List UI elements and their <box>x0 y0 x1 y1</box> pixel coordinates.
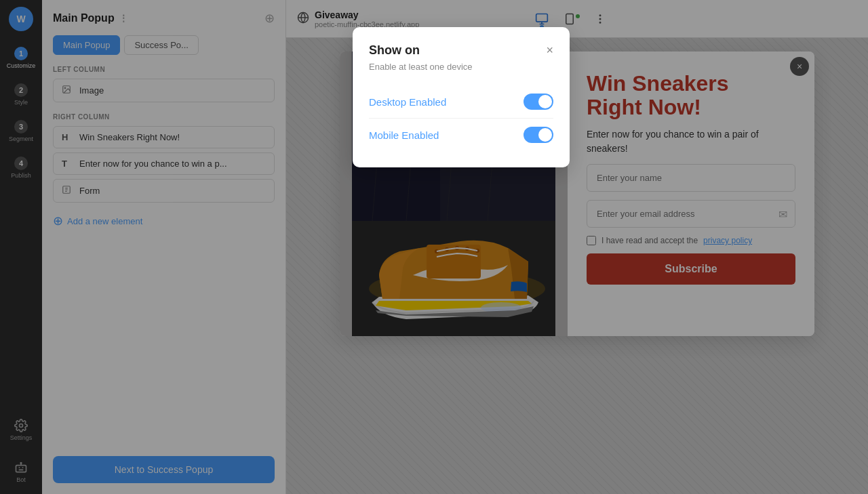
modal-title: Show on <box>369 43 420 58</box>
desktop-toggle[interactable] <box>524 94 553 110</box>
modal-mobile-row: Mobile Enabled <box>369 119 553 151</box>
modal-mobile-label: Mobile Enabled <box>369 129 439 141</box>
mobile-toggle[interactable] <box>524 127 553 143</box>
modal-desktop-row: Desktop Enabled <box>369 85 553 119</box>
modal-subtitle: Enable at least one device <box>369 62 553 72</box>
modal-close-btn[interactable]: × <box>546 43 553 58</box>
modal-desktop-label: Desktop Enabled <box>369 96 446 108</box>
modal-header: Show on × <box>369 43 553 58</box>
show-on-modal: Show on × Enable at least one device Des… <box>353 27 570 167</box>
modal-overlay: Show on × Enable at least one device Des… <box>0 0 868 494</box>
